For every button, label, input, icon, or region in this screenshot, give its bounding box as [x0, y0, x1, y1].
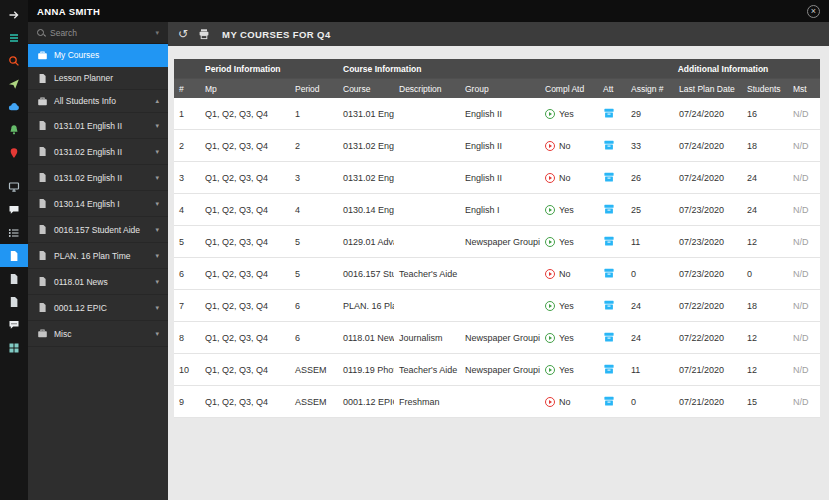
- compl-status-label: Yes: [559, 237, 574, 247]
- sidebar-item-course[interactable]: 0118.01 News ▾: [28, 269, 168, 295]
- cell-assign: 26: [626, 173, 674, 183]
- cell-course: 0129.01 Advanced Writing Media: [338, 237, 394, 247]
- cell-mp: Q1, Q2, Q3, Q4: [200, 205, 290, 215]
- toolbar: ↺ MY COURSES FOR Q4: [168, 22, 829, 46]
- compl-status-label: No: [559, 141, 571, 151]
- cloud-icon[interactable]: [0, 95, 28, 118]
- cell-group: English I: [460, 205, 540, 215]
- compl-status-label: Yes: [559, 333, 574, 343]
- sidebar-item-my-courses[interactable]: My Courses: [28, 44, 168, 67]
- cell-mp: Q1, Q2, Q3, Q4: [200, 269, 290, 279]
- chat-icon[interactable]: [0, 198, 28, 221]
- document-icon[interactable]: [0, 267, 28, 290]
- map-pin-icon[interactable]: [0, 141, 28, 164]
- sidebar-item-label: Lesson Planner: [54, 73, 113, 83]
- compl-status-icon: [545, 269, 555, 279]
- briefcase-icon: [37, 50, 48, 61]
- sidebar-item-course[interactable]: 0131.02 English II ▾: [28, 165, 168, 191]
- send-icon[interactable]: [0, 72, 28, 95]
- cell-period: 6: [290, 333, 338, 343]
- sidebar-item-course[interactable]: 0131.01 English II ▾: [28, 113, 168, 139]
- cell-att[interactable]: [598, 171, 626, 185]
- cell-course: PLAN. 16 Plan Time: [338, 301, 394, 311]
- table-row[interactable]: 10 Q1, Q2, Q3, Q4 ASSEM 0119.19 Photo Jo…: [174, 354, 820, 386]
- list-icon[interactable]: [0, 221, 28, 244]
- table-row[interactable]: 5 Q1, Q2, Q3, Q4 5 0129.01 Advanced Writ…: [174, 226, 820, 258]
- sidebar-item-course[interactable]: 0001.12 EPIC ▾: [28, 295, 168, 321]
- group-course-information: Course Information: [338, 64, 626, 74]
- search-input[interactable]: Search ▾: [28, 22, 168, 44]
- cell-att[interactable]: [598, 395, 626, 409]
- main-content: ↺ MY COURSES FOR Q4 Period Information C…: [168, 22, 829, 500]
- table-row[interactable]: 7 Q1, Q2, Q3, Q4 6 PLAN. 16 Plan Time Ye…: [174, 290, 820, 322]
- cell-compl-atd: Yes: [540, 109, 598, 119]
- bell-icon[interactable]: [0, 118, 28, 141]
- sidebar-item-course[interactable]: 0016.157 Student Aide ▾: [28, 217, 168, 243]
- attendance-icon: [603, 139, 615, 153]
- sidebar-item-course[interactable]: 0131.02 English II ▾: [28, 139, 168, 165]
- column-header: Period: [290, 84, 338, 94]
- compl-status-icon: [545, 173, 555, 183]
- file-icon: [37, 224, 48, 235]
- sidebar-item-all-students-info[interactable]: All Students Info ▴: [28, 90, 168, 113]
- back-icon[interactable]: ↺: [178, 28, 188, 40]
- sidebar-item-label: 0131.02 English II: [54, 173, 122, 183]
- table-row[interactable]: 2 Q1, Q2, Q3, Q4 2 0131.02 English II En…: [174, 130, 820, 162]
- cell-att[interactable]: [598, 267, 626, 281]
- document-icon-2[interactable]: [0, 290, 28, 313]
- arrow-right-icon[interactable]: [0, 3, 28, 26]
- sidebar-item-lesson-planner[interactable]: Lesson Planner: [28, 67, 168, 90]
- cell-att[interactable]: [598, 235, 626, 249]
- menu-icon[interactable]: [0, 26, 28, 49]
- monitor-icon[interactable]: [0, 175, 28, 198]
- table-row[interactable]: 9 Q1, Q2, Q3, Q4 ASSEM 0001.12 EPIC Fres…: [174, 386, 820, 418]
- sidebar-item-course[interactable]: PLAN. 16 Plan Time ▾: [28, 243, 168, 269]
- column-header: Students: [742, 84, 788, 94]
- sidebar-item-course[interactable]: 0130.14 English I ▾: [28, 191, 168, 217]
- cell-compl-atd: No: [540, 173, 598, 183]
- cell-mst: N/D: [788, 173, 820, 183]
- cell-last-plan-date: 07/22/2020: [674, 301, 742, 311]
- compl-status-icon: [545, 333, 555, 343]
- sidebar-item-misc[interactable]: Misc ▾: [28, 321, 168, 347]
- cell-att[interactable]: [598, 363, 626, 377]
- cell-att[interactable]: [598, 139, 626, 153]
- cell-period: 6: [290, 301, 338, 311]
- courses-table: Period Information Course Information Ad…: [174, 59, 820, 418]
- column-header: #: [174, 84, 200, 94]
- chat-dots-icon[interactable]: [0, 313, 28, 336]
- cell-period: 5: [290, 269, 338, 279]
- chevron-down-icon: ▾: [155, 29, 159, 37]
- top-bar: ANNA SMITH ×: [28, 0, 829, 22]
- attendance-icon: [603, 395, 615, 409]
- cell-assign: 25: [626, 205, 674, 215]
- apps-grid-icon[interactable]: [0, 336, 28, 359]
- table-row[interactable]: 4 Q1, Q2, Q3, Q4 4 0130.14 English I Eng…: [174, 194, 820, 226]
- cell-last-plan-date: 07/23/2020: [674, 269, 742, 279]
- cell-students: 12: [742, 333, 788, 343]
- table-row[interactable]: 1 Q1, Q2, Q3, Q4 1 0131.01 English II En…: [174, 98, 820, 130]
- cell-att[interactable]: [598, 331, 626, 345]
- document-icon-active[interactable]: [0, 244, 28, 267]
- table-row[interactable]: 6 Q1, Q2, Q3, Q4 5 0016.157 Student Aide…: [174, 258, 820, 290]
- cell-students: 24: [742, 173, 788, 183]
- cell-att[interactable]: [598, 203, 626, 217]
- sidebar-item-label: 0001.12 EPIC: [54, 303, 107, 313]
- printer-icon[interactable]: [198, 28, 210, 40]
- table-row[interactable]: 3 Q1, Q2, Q3, Q4 3 0131.02 English II En…: [174, 162, 820, 194]
- cell-mp: Q1, Q2, Q3, Q4: [200, 365, 290, 375]
- close-icon[interactable]: ×: [807, 5, 820, 18]
- table-row[interactable]: 8 Q1, Q2, Q3, Q4 6 0118.01 News Journali…: [174, 322, 820, 354]
- search-icon[interactable]: [0, 49, 28, 72]
- cell-group: Newspaper Grouping: [460, 333, 540, 343]
- cell-row-number: 3: [174, 173, 200, 183]
- cell-att[interactable]: [598, 299, 626, 313]
- cell-att[interactable]: [598, 107, 626, 121]
- file-icon: [37, 73, 48, 84]
- compl-status-label: No: [559, 397, 571, 407]
- search-placeholder: Search: [50, 28, 77, 38]
- cell-course: 0130.14 English I: [338, 205, 394, 215]
- attendance-icon: [603, 331, 615, 345]
- cell-mst: N/D: [788, 301, 820, 311]
- cell-assign: 0: [626, 269, 674, 279]
